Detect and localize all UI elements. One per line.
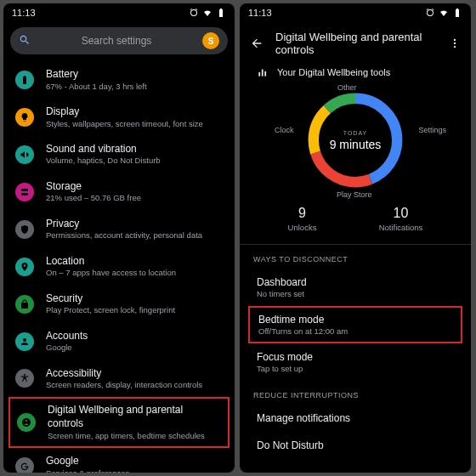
row-icon xyxy=(17,413,36,432)
menu-item[interactable]: Do Not Disturb xyxy=(240,432,471,459)
item-title: Dashboard xyxy=(257,276,454,288)
svg-point-2 xyxy=(454,46,456,48)
bars-icon xyxy=(257,66,269,78)
stat-unlocks[interactable]: 9 Unlocks xyxy=(288,206,317,232)
row-icon xyxy=(15,295,34,314)
row-icon xyxy=(15,183,34,201)
row-sub: On – 7 apps have access to location xyxy=(46,268,176,278)
settings-row[interactable]: AccountsGoogle xyxy=(3,323,235,360)
interruptions-list: Manage notificationsDo Not Disturb xyxy=(240,405,471,459)
wifi-icon xyxy=(439,8,449,18)
row-sub: Screen readers, display, interaction con… xyxy=(46,380,202,390)
item-sub: Off/Turns on at 12:00 am xyxy=(258,326,452,336)
search-icon xyxy=(19,34,31,48)
row-icon xyxy=(15,369,34,388)
svg-point-1 xyxy=(454,42,456,44)
row-sub: Play Protect, screen lock, fingerprint xyxy=(46,305,175,315)
more-icon[interactable] xyxy=(449,37,461,49)
donut-label-clock: Clock xyxy=(275,126,294,134)
row-icon xyxy=(15,457,34,473)
menu-item[interactable]: DashboardNo timers set xyxy=(240,269,471,306)
row-icon xyxy=(15,258,34,276)
subtitle-text: Your Digital Wellbeing tools xyxy=(277,67,390,77)
stat-notifications[interactable]: 10 Notifications xyxy=(379,206,423,232)
row-sub: Google xyxy=(46,343,88,353)
row-title: Digital Wellbeing and parental controls xyxy=(48,404,221,430)
alarm-icon xyxy=(425,8,435,18)
row-title: Display xyxy=(46,105,203,119)
disconnect-list: DashboardNo timers setBedtime modeOff/Tu… xyxy=(240,269,471,381)
item-title: Focus mode xyxy=(257,351,454,363)
svg-rect-5 xyxy=(264,71,266,76)
settings-screen: 11:13 Search settings S Battery67% - Abo… xyxy=(3,3,235,473)
back-icon[interactable] xyxy=(250,37,264,50)
status-icons xyxy=(189,8,226,18)
donut-label-playstore: Play Store xyxy=(337,190,372,199)
battery-icon xyxy=(452,8,462,18)
row-title: Sound and vibration xyxy=(46,143,161,156)
row-title: Battery xyxy=(46,68,147,82)
profile-avatar[interactable]: S xyxy=(202,32,219,49)
clock-text: 11:13 xyxy=(12,8,36,18)
search-placeholder: Search settings xyxy=(37,35,196,47)
section-interruptions: REDUCE INTERRUPTIONS xyxy=(240,381,471,405)
row-sub: Styles, wallpapers, screen timeout, font… xyxy=(46,119,203,129)
row-title: Security xyxy=(46,292,175,306)
wellbeing-screen: 11:13 Digital Wellbeing and parental con… xyxy=(240,3,471,473)
clock-text: 11:13 xyxy=(248,8,272,18)
row-title: Accounts xyxy=(46,330,88,343)
row-icon xyxy=(15,145,34,164)
row-icon xyxy=(15,71,34,89)
usage-donut[interactable]: TODAY 9 minutes Other Clock Settings Pla… xyxy=(240,82,471,197)
item-title: Do Not Disturb xyxy=(257,439,454,451)
menu-item[interactable]: Bedtime modeOff/Turns on at 12:00 am xyxy=(248,306,462,343)
row-sub: 21% used – 50.76 GB free xyxy=(46,193,141,203)
svg-rect-4 xyxy=(262,70,264,76)
menu-item[interactable]: Focus modeTap to set up xyxy=(240,343,471,381)
item-sub: Tap to set up xyxy=(257,364,454,373)
subtitle-row: Your Digital Wellbeing tools xyxy=(240,61,471,82)
row-sub: 67% - About 1 day, 3 hrs left xyxy=(46,82,147,92)
settings-row[interactable]: Battery67% - About 1 day, 3 hrs left xyxy=(3,61,235,99)
row-title: Storage xyxy=(46,180,141,194)
settings-row[interactable]: Sound and vibrationVolume, haptics, Do N… xyxy=(3,136,235,173)
row-sub: Screen time, app timers, bedtime schedul… xyxy=(48,431,221,441)
row-icon xyxy=(15,220,34,239)
svg-rect-3 xyxy=(258,72,260,76)
wifi-icon xyxy=(202,8,212,18)
stats-row: 9 Unlocks 10 Notifications xyxy=(240,197,471,245)
search-bar[interactable]: Search settings S xyxy=(10,27,228,54)
donut-label-other: Other xyxy=(337,83,357,92)
item-title: Manage notifications xyxy=(257,412,454,424)
row-title: Accessibility xyxy=(46,367,202,381)
page-title: Digital Wellbeing and parental controls xyxy=(275,31,437,56)
item-title: Bedtime mode xyxy=(258,314,452,326)
row-sub: Volume, haptics, Do Not Disturb xyxy=(46,156,161,166)
page-header: Digital Wellbeing and parental controls xyxy=(240,22,471,61)
battery-icon xyxy=(216,8,226,18)
settings-row[interactable]: GoogleServices & preferences xyxy=(3,448,235,473)
status-bar: 11:13 xyxy=(3,3,235,22)
row-icon xyxy=(15,332,34,351)
settings-row[interactable]: Storage21% used – 50.76 GB free xyxy=(3,173,235,211)
settings-row[interactable]: SecurityPlay Protect, screen lock, finge… xyxy=(3,286,235,323)
svg-point-0 xyxy=(454,39,456,41)
section-disconnect: WAYS TO DISCONNECT xyxy=(240,245,471,269)
row-title: Location xyxy=(46,255,176,269)
settings-row[interactable]: PrivacyPermissions, account activity, pe… xyxy=(3,211,235,248)
row-icon xyxy=(15,108,34,127)
status-bar: 11:13 xyxy=(240,3,471,22)
donut-label-settings: Settings xyxy=(418,126,446,134)
settings-row[interactable]: DisplayStyles, wallpapers, screen timeou… xyxy=(3,99,235,136)
status-icons xyxy=(425,8,462,18)
row-sub: Permissions, account activity, personal … xyxy=(46,230,202,241)
settings-row[interactable]: AccessibilityScreen readers, display, in… xyxy=(3,360,235,398)
settings-list: Battery67% - About 1 day, 3 hrs left Dis… xyxy=(3,60,235,473)
settings-row[interactable]: Digital Wellbeing and parental controlsS… xyxy=(8,397,230,448)
settings-row[interactable]: LocationOn – 7 apps have access to locat… xyxy=(3,248,235,286)
row-sub: Services & preferences xyxy=(46,468,129,473)
item-sub: No timers set xyxy=(257,289,454,298)
row-title: Google xyxy=(46,455,129,468)
row-title: Privacy xyxy=(46,218,202,231)
menu-item[interactable]: Manage notifications xyxy=(240,405,471,432)
